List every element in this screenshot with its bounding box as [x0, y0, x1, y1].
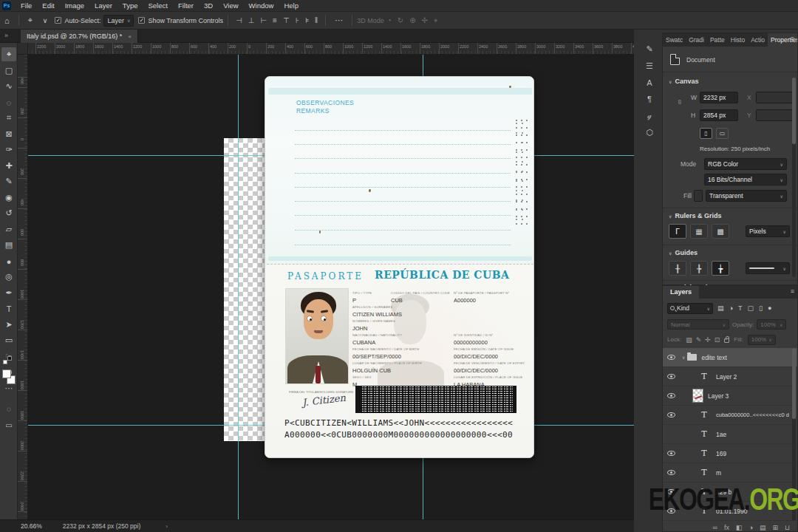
ruler-units-dropdown[interactable]: Pixels∨ [746, 225, 790, 237]
filter-pin-icon[interactable]: ● [768, 304, 771, 312]
blur-tool[interactable]: ● [1, 254, 16, 268]
document-tab[interactable]: Italy id.psd @ 20.7% (RGB/16) * × [21, 30, 138, 43]
auto-select-target-dropdown[interactable]: Layer ∨ [103, 15, 134, 27]
properties-scrollbar[interactable] [792, 78, 796, 277]
align-vertical-centers-icon[interactable]: ⊦ [296, 16, 299, 24]
menu-layer[interactable]: Layer [89, 0, 117, 12]
filter-kind-dropdown[interactable]: Kind ∨ [667, 303, 713, 314]
move-tool[interactable]: ⌖ [1, 47, 16, 61]
foreground-background-swatches[interactable] [2, 369, 16, 384]
menu-help[interactable]: Help [279, 0, 304, 12]
filter-adjustment-layers-icon[interactable]: ◑ [729, 304, 733, 312]
color-mode-dropdown[interactable]: RGB Color∨ [704, 158, 787, 170]
path-select-tool[interactable]: ➤ [1, 318, 16, 332]
clone-stamp-tool[interactable]: ◉ [1, 191, 16, 205]
filter-shape-layers-icon[interactable]: ▢ [747, 304, 754, 312]
guide-style-dropdown[interactable]: ∨ [746, 262, 790, 274]
tab-layers[interactable]: Layers [663, 286, 699, 299]
add-guides-icon[interactable]: ╂ [669, 261, 686, 276]
layer-row[interactable]: T cuba0000000..<<<<<<<<c0 d [663, 406, 797, 425]
lock-pixels-icon[interactable]: ✎ [696, 336, 702, 344]
new-layer-icon[interactable]: ⊞ [772, 524, 778, 531]
visibility-toggle[interactable] [663, 355, 679, 360]
bit-depth-dropdown[interactable]: 16 Bits/Channel∨ [704, 174, 787, 185]
layer-row[interactable]: ∨ edite text [663, 348, 797, 367]
distribute-vertical-icon[interactable]: ‖ [315, 16, 318, 24]
clear-guides-icon[interactable]: ╆ [712, 261, 729, 276]
toggle-pixel-grid-icon[interactable]: ▩ [712, 224, 729, 239]
healing-brush-tool[interactable]: ✚ [1, 159, 16, 173]
frame-tool[interactable]: ⊠ [1, 127, 16, 141]
visibility-toggle[interactable] [663, 374, 679, 379]
layer-row[interactable]: T m [663, 463, 797, 482]
lasso-tool[interactable]: ∿ [1, 79, 16, 93]
history-brush-tool[interactable]: ↺ [1, 206, 16, 220]
delete-layer-icon[interactable]: ⊔ [785, 524, 790, 531]
gradient-tool[interactable]: ▤ [1, 238, 16, 252]
zoom-level[interactable]: 20.66% [21, 522, 42, 530]
add-mask-icon[interactable]: ◧ [736, 524, 743, 531]
glyphs-panel-icon[interactable]: ℊ [647, 111, 652, 120]
menu-select[interactable]: Select [143, 0, 172, 12]
layer-row[interactable]: T 169 [663, 444, 797, 463]
marquee-tool[interactable]: ▢ [1, 64, 16, 78]
eyedropper-tool[interactable]: ✑ [1, 143, 16, 157]
menu-edit[interactable]: Edit [37, 0, 59, 12]
visibility-toggle[interactable] [663, 412, 679, 417]
menu-filter[interactable]: Filter [173, 0, 199, 12]
vertical-guide[interactable] [423, 458, 423, 519]
distribute-icon[interactable]: ≡ [273, 16, 277, 24]
rulers-grids-section-header[interactable]: ∨Rulers & Grids [669, 212, 798, 219]
lock-artboard-icon[interactable]: ⊡ [715, 336, 720, 344]
horizontal-guide[interactable] [28, 425, 265, 426]
new-group-icon[interactable]: ▤ [760, 524, 766, 531]
tab-swatches[interactable]: Swatc [663, 33, 686, 47]
lock-all-icon[interactable] [724, 338, 729, 343]
height-input[interactable]: 2854 px [700, 109, 738, 121]
dodge-tool[interactable]: ◎ [1, 270, 16, 284]
menu-image[interactable]: Image [60, 0, 89, 12]
home-icon[interactable]: ⌂ [0, 16, 14, 25]
tool-preset-chevron-icon[interactable]: ∨ [40, 15, 51, 27]
tab-history[interactable]: Histo [728, 33, 748, 47]
layer-effects-icon[interactable]: fx [724, 524, 729, 531]
menu-3d[interactable]: 3D [199, 0, 218, 12]
screen-mode-button[interactable]: ▭ [1, 418, 16, 432]
align-right-edges-icon[interactable]: ⊢ [260, 16, 267, 24]
fill-dropdown[interactable]: Transparent∨ [706, 190, 787, 202]
3d-panel-icon[interactable]: ⬡ [646, 128, 653, 137]
guides-section-header[interactable]: ∨Guides [669, 249, 798, 256]
status-chevron-icon[interactable]: › [166, 523, 168, 530]
align-horizontal-centers-icon[interactable]: ⊥ [248, 16, 255, 24]
object-selection-tool[interactable]: ◌ [1, 95, 16, 109]
crop-tool[interactable]: ⌗ [1, 111, 16, 125]
horizontal-guide[interactable] [28, 155, 265, 156]
vertical-ruler[interactable]: 4002000200400600800100012001400160018002… [18, 55, 28, 519]
tab-actions[interactable]: Actio [748, 33, 768, 47]
auto-select-checkbox[interactable]: ✓ [55, 17, 61, 24]
adjustment-layer-icon[interactable]: ◑ [748, 524, 752, 531]
move-tool-preset-icon[interactable]: ⌖ [24, 16, 37, 25]
landscape-orientation-button[interactable]: ▭ [716, 128, 729, 139]
shape-tool[interactable]: ▭ [1, 333, 16, 347]
menu-window[interactable]: Window [244, 0, 279, 12]
guide-layout-icon[interactable]: ╊ [690, 261, 708, 276]
filter-pixel-layers-icon[interactable]: ▤ [717, 304, 724, 312]
horizontal-ruler[interactable]: 2200200018001600140012001000800600400200… [28, 43, 634, 55]
lock-position-icon[interactable]: ✛ [705, 336, 711, 344]
type-tool[interactable]: T [1, 301, 16, 316]
vertical-guide[interactable] [238, 55, 239, 519]
visibility-toggle[interactable] [663, 470, 679, 475]
visibility-toggle[interactable] [663, 451, 679, 456]
brush-settings-panel-icon[interactable]: ☰ [646, 61, 653, 71]
character-panel-icon[interactable]: A [647, 78, 652, 87]
tab-overflow-icon[interactable]: » [4, 32, 8, 39]
menu-view[interactable]: View [218, 0, 243, 12]
close-tab-icon[interactable]: × [128, 33, 132, 40]
align-left-edges-icon[interactable]: ⊣ [236, 16, 242, 24]
layer-row[interactable]: T Layer 2 [663, 367, 797, 386]
tab-gradients[interactable]: Gradi [686, 33, 707, 47]
fill-swatch[interactable] [694, 190, 703, 202]
menu-file[interactable]: File [16, 0, 37, 12]
layer-row[interactable]: T 1ae [663, 425, 797, 444]
